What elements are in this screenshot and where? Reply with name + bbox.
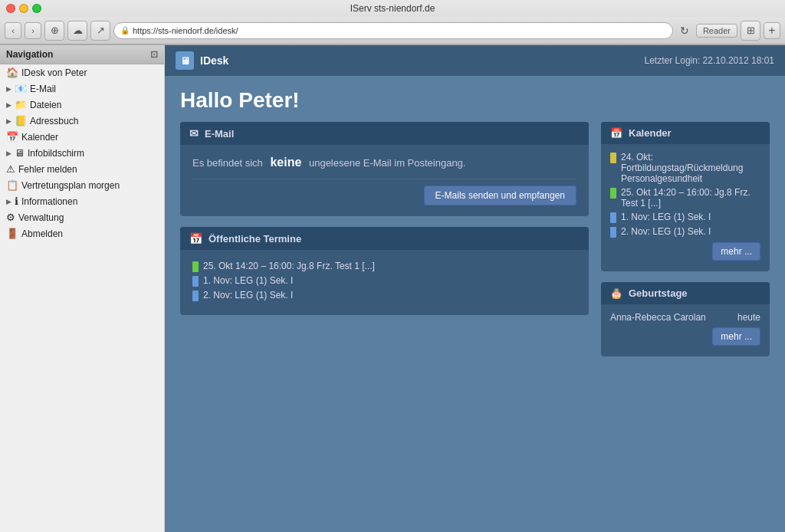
new-tab-button[interactable]: +	[764, 22, 780, 39]
email-bold: keine	[270, 156, 301, 169]
sidebar-item-label: Abmelden	[21, 228, 63, 239]
color-dot-green	[192, 261, 199, 272]
kalender-item-text: 25. Okt 14:20 – 16:00: Jg.8 Frz. Test 1 …	[621, 187, 760, 209]
adressbuch-icon: 📒	[15, 115, 27, 126]
kalender-icon: 📅	[6, 131, 18, 143]
sidebar-item-label: Fehler melden	[18, 164, 77, 175]
termine-item-text: 25. Okt 14:20 – 16:00: Jg.8 Frz. Test 1 …	[203, 261, 375, 271]
forward-button[interactable]: ›	[25, 22, 41, 39]
window-title: IServ sts-niendorf.de	[350, 3, 435, 14]
termine-card-header: 📅 Öffentliche Termine	[180, 227, 589, 250]
sidebar-item-label: IDesk von Peter	[21, 67, 87, 78]
idesk-icon: 🏠	[6, 67, 18, 78]
informationen-icon: ℹ	[15, 195, 18, 207]
sidebar-item-abmelden[interactable]: 🚪 Abmelden	[0, 225, 164, 241]
kalender-card-header: 📅 Kalender	[601, 122, 770, 144]
sidebar-item-infobildschirm[interactable]: ▶ 🖥 Infobildschirm	[0, 145, 164, 161]
termine-card-icon: 📅	[189, 232, 202, 245]
kalender-item: 24. Okt: Fortbildungstag/Rückmeldung Per…	[610, 152, 760, 184]
email-send-receive-button[interactable]: E-Mails senden und empfangen	[424, 186, 576, 205]
geburtstage-card-title: Geburtstage	[629, 287, 688, 299]
sidebar-item-fehler[interactable]: ⚠ Fehler melden	[0, 161, 164, 177]
reader-button[interactable]: Reader	[696, 24, 737, 38]
verwaltung-icon: ⚙	[6, 212, 15, 223]
sidebar-item-kalender[interactable]: 📅 Kalender	[0, 129, 164, 145]
left-column: ✉ E-Mail Es befindet sich keine ungelese…	[180, 122, 589, 326]
sidebar-item-adressbuch[interactable]: ▶ 📒 Adressbuch	[0, 113, 164, 129]
color-dot-green	[610, 188, 616, 199]
title-bar: IServ sts-niendorf.de	[0, 0, 785, 17]
email-card-icon: ✉	[189, 127, 199, 140]
sidebar-item-idesk[interactable]: 🏠 IDesk von Peter	[0, 64, 164, 80]
sidebar-item-label: Vertretungsplan morgen	[21, 180, 120, 191]
expand-icon: ▶	[6, 117, 11, 125]
sidebar-title: Navigation	[6, 49, 53, 60]
fehler-icon: ⚠	[6, 163, 15, 175]
geburtstage-mehr-button[interactable]: mehr ...	[712, 327, 760, 346]
sidebar: Navigation ⊡ 🏠 IDesk von Peter ▶ 📧 E-Mai…	[0, 45, 165, 532]
kalender-item-text: 1. Nov: LEG (1) Sek. I	[621, 212, 711, 222]
sidebar-item-verwaltung[interactable]: ⚙ Verwaltung	[0, 209, 164, 225]
maximize-button[interactable]	[32, 4, 41, 13]
right-column: 📅 Kalender 24. Okt: Fortbildungstag/Rück…	[601, 122, 770, 367]
termine-item: 25. Okt 14:20 – 16:00: Jg.8 Frz. Test 1 …	[192, 261, 576, 272]
sidebar-item-label: Dateien	[30, 100, 61, 110]
kalender-card-body: 24. Okt: Fortbildungstag/Rückmeldung Per…	[601, 144, 770, 271]
idesk-header: 🖥 IDesk Letzter Login: 22.10.2012 18:01	[165, 45, 785, 76]
geburtstage-card: 🎂 Geburtstage Anna-Rebecca Carolan heute…	[601, 282, 770, 356]
expand-icon: ▶	[6, 101, 11, 109]
idesk-title: 🖥 IDesk	[176, 51, 228, 70]
sidebar-item-label: Informationen	[21, 196, 77, 207]
kalender-item: 2. Nov: LEG (1) Sek. I	[610, 226, 760, 238]
share-button[interactable]: ↗	[90, 21, 110, 41]
browser-toolbar: ‹ › ⊕ ☁ ↗ 🔒 https://sts-niendorf.de/ides…	[0, 17, 785, 44]
birthday-row: Anna-Rebecca Carolan heute	[610, 312, 760, 323]
expand-icon: ▶	[6, 149, 11, 157]
sidebar-toggle-icon[interactable]: ⊡	[150, 49, 158, 60]
email-card-title: E-Mail	[205, 128, 234, 140]
kalender-mehr-button[interactable]: mehr ...	[712, 242, 760, 261]
sidebar-item-label: Verwaltung	[18, 212, 64, 223]
color-dot-blue	[610, 212, 616, 223]
sidebar-item-vertretungsplan[interactable]: 📋 Vertretungsplan morgen	[0, 177, 164, 193]
traffic-lights	[6, 4, 41, 13]
email-post: ungelesene E-Mail im Posteingang.	[309, 157, 466, 169]
expand-icon: ▶	[6, 85, 11, 93]
kalender-item-text: 2. Nov: LEG (1) Sek. I	[621, 226, 711, 237]
termine-item: 2. Nov: LEG (1) Sek. I	[192, 290, 576, 301]
kalender-item-text: 24. Okt: Fortbildungstag/Rückmeldung Per…	[621, 152, 760, 184]
content-inner: Hallo Peter! ✉ E-Mail Es befindet sich	[165, 76, 785, 532]
last-login: Letzter Login: 22.10.2012 18:01	[645, 55, 774, 66]
email-icon: 📧	[15, 83, 27, 94]
termine-item-text: 1. Nov: LEG (1) Sek. I	[203, 275, 293, 286]
sidebar-item-label: Infobildschirm	[28, 148, 84, 159]
expand-icon: ▶	[6, 198, 11, 205]
email-card: ✉ E-Mail Es befindet sich keine ungelese…	[180, 122, 589, 216]
back-button[interactable]: ‹	[5, 22, 21, 39]
color-dot-blue	[192, 291, 199, 301]
reload-button[interactable]: ↻	[676, 22, 693, 39]
home-button[interactable]: ⊕	[44, 21, 64, 41]
termine-card-title: Öffentliche Termine	[209, 233, 301, 245]
sidebar-item-label: Kalender	[21, 132, 58, 143]
geburtstage-card-icon: 🎂	[610, 287, 622, 299]
grid-button[interactable]: ⊞	[741, 21, 760, 41]
sidebar-item-email[interactable]: ▶ 📧 E-Mail	[0, 80, 164, 97]
cloud-button[interactable]: ☁	[67, 21, 87, 41]
last-login-value: 22.10.2012 18:01	[703, 55, 774, 66]
address-bar[interactable]: 🔒 https://sts-niendorf.de/idesk/	[113, 22, 673, 39]
minimize-button[interactable]	[19, 4, 28, 13]
termine-item-text: 2. Nov: LEG (1) Sek. I	[203, 290, 293, 300]
kalender-item: 1. Nov: LEG (1) Sek. I	[610, 212, 760, 223]
email-message: Es befindet sich keine ungelesene E-Mail…	[192, 156, 576, 169]
sidebar-item-dateien[interactable]: ▶ 📁 Dateien	[0, 97, 164, 113]
email-card-header: ✉ E-Mail	[180, 122, 589, 145]
termine-card: 📅 Öffentliche Termine 25. Okt 14:20 – 16…	[180, 227, 589, 315]
birthday-date: heute	[737, 312, 760, 323]
kalender-card-title: Kalender	[629, 127, 672, 139]
kalender-item: 25. Okt 14:20 – 16:00: Jg.8 Frz. Test 1 …	[610, 187, 760, 209]
welcome-title: Hallo Peter!	[180, 76, 770, 122]
sidebar-item-informationen[interactable]: ▶ ℹ Informationen	[0, 193, 164, 209]
close-button[interactable]	[6, 4, 15, 13]
main-container: Navigation ⊡ 🏠 IDesk von Peter ▶ 📧 E-Mai…	[0, 45, 785, 532]
